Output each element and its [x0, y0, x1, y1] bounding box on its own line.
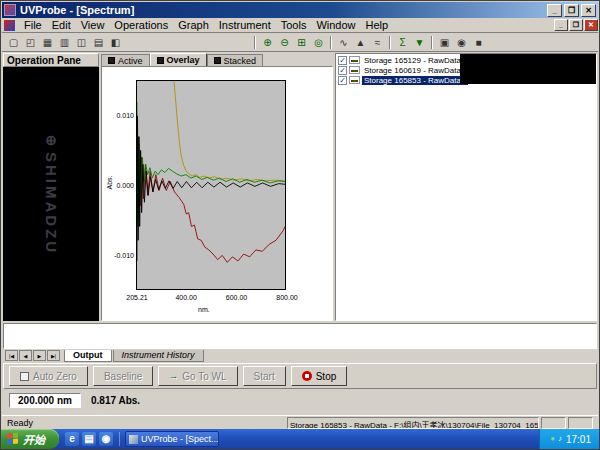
menu-item-window[interactable]: Window — [311, 18, 360, 32]
list-item-label: Storage 165853 - RawData - — [362, 76, 468, 85]
calc-icon[interactable]: Σ — [394, 34, 411, 50]
output-nav-first-button[interactable]: |◀ — [5, 350, 18, 361]
point-pick-icon[interactable]: ◉ — [453, 34, 470, 50]
y-tick-label: 0.010 — [104, 112, 134, 119]
print-icon[interactable]: ▥ — [56, 34, 73, 50]
list-item[interactable]: ✓Storage 165129 - RawData - — [338, 55, 468, 65]
tab-stacked[interactable]: Stacked — [207, 54, 264, 66]
status-file-path: Storage 165853 - RawData - F:\组内\王孝冰\130… — [287, 417, 539, 429]
stop-icon — [302, 371, 312, 381]
active-graph-icon[interactable]: ■ — [470, 34, 487, 50]
internet-explorer-icon[interactable]: e — [65, 432, 79, 446]
tab-instrument-history[interactable]: Instrument History — [113, 350, 204, 362]
toolbar-separator — [431, 36, 433, 49]
new-file-icon[interactable]: ▢ — [5, 34, 22, 50]
marker-icon[interactable]: ▼ — [411, 34, 428, 50]
start-button[interactable]: Start — [243, 366, 286, 386]
checkbox-checked-icon[interactable]: ✓ — [338, 76, 347, 85]
zoom-in-icon[interactable]: ⊕ — [259, 34, 276, 50]
smooth-icon[interactable]: ≈ — [369, 34, 386, 50]
paste-icon[interactable]: ▤ — [90, 34, 107, 50]
absorbance-readout: 0.817 Abs. — [91, 395, 140, 406]
volume-tray-icon[interactable]: ♪ — [558, 434, 562, 444]
mdi-restore-button[interactable]: ❐ — [569, 19, 583, 31]
graph-pane: ActiveOverlayStacked Abs. nm. 0.0100.000… — [101, 53, 333, 321]
menu-item-file[interactable]: File — [19, 18, 47, 32]
title-bar[interactable]: UVProbe - [Spectrum] _ ❐ ✕ — [2, 2, 598, 18]
start-button[interactable]: 开始 — [1, 429, 59, 449]
menu-bar: FileEditViewOperationsGraphInstrumentToo… — [2, 18, 598, 33]
menu-item-graph[interactable]: Graph — [173, 18, 214, 32]
list-item-label: Storage 160619 - RawData - — [362, 66, 468, 75]
tab-overlay[interactable]: Overlay — [150, 53, 207, 66]
toolbar-items: ▢◰▦▥◫▤◧⊕⊖⊞◎∿▲≈Σ▼▣◉■ — [5, 34, 487, 50]
media-player-icon[interactable]: ◉ — [99, 432, 113, 446]
x-tick-label: 600.00 — [220, 294, 254, 301]
x-tick-label: 400.00 — [169, 294, 203, 301]
legend-pane: ✓Storage 165129 - RawData -✓Storage 1606… — [335, 53, 597, 321]
menu-item-instrument[interactable]: Instrument — [214, 18, 276, 32]
list-item[interactable]: ✓Storage 165853 - RawData - — [338, 75, 468, 85]
minimize-button[interactable]: _ — [547, 4, 562, 17]
list-item[interactable]: ✓Storage 160619 - RawData - — [338, 65, 468, 75]
antivirus-tray-icon[interactable]: ● — [550, 434, 555, 444]
spectrum-plot[interactable] — [136, 80, 286, 290]
zoom-area-icon[interactable]: ⊞ — [293, 34, 310, 50]
windows-flag-icon — [7, 432, 19, 445]
menu-item-help[interactable]: Help — [361, 18, 394, 32]
status-ready-text: Ready — [2, 418, 287, 428]
maximize-button[interactable]: ❐ — [564, 4, 579, 17]
grid-icon[interactable]: ▣ — [436, 34, 453, 50]
system-tray: ●♪ 17:01 — [539, 429, 599, 449]
x-tick-label: 205.21 — [120, 294, 154, 301]
menu-item-edit[interactable]: Edit — [47, 18, 76, 32]
trace-icon[interactable]: ∿ — [335, 34, 352, 50]
tab-active[interactable]: Active — [101, 54, 150, 66]
quick-launch-bar: e▤◉ — [59, 432, 120, 446]
shimadzu-watermark: SHIMADZU — [43, 152, 60, 255]
peak-pick-icon[interactable]: ▲ — [352, 34, 369, 50]
tab-output[interactable]: Output — [64, 350, 112, 362]
save-icon[interactable]: ▦ — [39, 34, 56, 50]
windows-taskbar: 开始 e▤◉ UVProbe - [Spect... ●♪ 17:01 — [1, 429, 599, 449]
output-nav-prev-button[interactable]: ◀ — [19, 350, 32, 361]
spectrum-file-icon — [349, 66, 360, 74]
output-pane[interactable] — [3, 323, 597, 349]
instrument-control-bar: Auto ZeroBaseline→Go To WLStartStop — [3, 363, 597, 389]
series-storage-160619 — [161, 80, 285, 181]
close-button[interactable]: ✕ — [581, 4, 596, 17]
status-bar: Ready Storage 165853 - RawData - F:\组内\王… — [2, 415, 598, 430]
toolbar-separator — [330, 36, 332, 49]
open-file-icon[interactable]: ◰ — [22, 34, 39, 50]
legend-black-area — [460, 54, 596, 84]
taskbar-task-button[interactable]: UVProbe - [Spect... — [125, 431, 219, 447]
output-nav-next-button[interactable]: ▶ — [33, 350, 46, 361]
plot-area-wrapper: Abs. nm. 0.0100.000-0.010205.21400.00600… — [102, 67, 332, 320]
baseline-button[interactable]: Baseline — [93, 366, 153, 386]
menu-item-tools[interactable]: Tools — [276, 18, 312, 32]
control-buttons: Auto ZeroBaseline→Go To WLStartStop — [9, 366, 347, 386]
properties-icon[interactable]: ◧ — [107, 34, 124, 50]
go-to-wl-icon: → — [169, 371, 178, 381]
menu-item-view[interactable]: View — [76, 18, 110, 32]
menu-items: FileEditViewOperationsGraphInstrumentToo… — [19, 18, 393, 32]
checkbox-checked-icon[interactable]: ✓ — [338, 66, 347, 75]
menu-item-operations[interactable]: Operations — [109, 18, 173, 32]
document-icon[interactable] — [4, 20, 15, 31]
checkbox-checked-icon[interactable]: ✓ — [338, 56, 347, 65]
stop-button[interactable]: Stop — [291, 366, 348, 386]
auto-zero-button[interactable]: Auto Zero — [9, 366, 88, 386]
button-label: Go To WL — [182, 371, 226, 382]
copy-icon[interactable]: ◫ — [73, 34, 90, 50]
autoscale-icon[interactable]: ◎ — [310, 34, 327, 50]
zoom-out-icon[interactable]: ⊖ — [276, 34, 293, 50]
x-axis-label: nm. — [198, 306, 210, 313]
tab-label: Active — [118, 56, 143, 66]
go-to-wl-button[interactable]: →Go To WL — [158, 366, 237, 386]
show-desktop-icon[interactable]: ▤ — [82, 432, 96, 446]
tab-label: Stacked — [224, 56, 257, 66]
toolbar-separator — [254, 36, 256, 49]
output-nav-last-button[interactable]: ▶| — [47, 350, 60, 361]
mdi-minimize-button[interactable]: _ — [554, 19, 568, 31]
mdi-close-button[interactable]: ✕ — [584, 19, 598, 31]
